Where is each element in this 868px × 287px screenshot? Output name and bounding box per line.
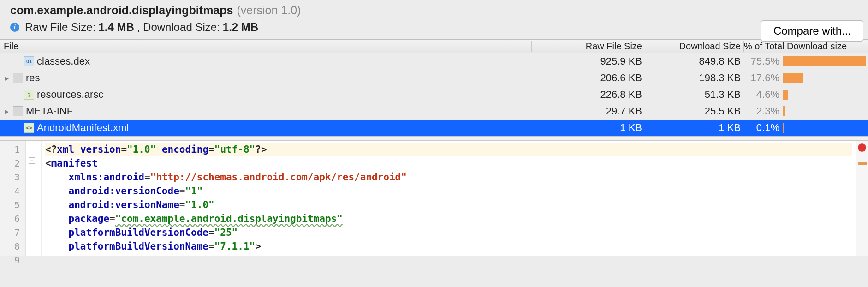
cell-raw-size: 226.8 KB (531, 89, 647, 101)
cell-raw-size: 206.6 KB (531, 72, 647, 84)
cell-percent-bar (782, 90, 868, 100)
file-name: classes.dex (37, 55, 90, 67)
arsc-file-icon: ? (24, 90, 34, 100)
code-token: android:versionName (69, 199, 179, 210)
code-token: "1.0" (185, 199, 214, 210)
info-icon: i (10, 23, 19, 32)
percent-bar-fill (783, 90, 788, 100)
code-token: encoding (162, 144, 208, 155)
cell-download-size: 849.8 KB (647, 55, 743, 67)
table-row[interactable]: ▸META-INF29.7 KB25.5 KB2.3% (0, 103, 868, 120)
line-number: 1 (2, 143, 20, 156)
code-token: android:versionCode (69, 185, 179, 197)
raw-size-value: 1.4 MB (98, 21, 134, 34)
cell-percent-bar (782, 73, 868, 83)
apk-header: com.example.android.displayingbitmaps (v… (0, 0, 868, 39)
package-version: (version 1.0) (237, 4, 301, 17)
table-row[interactable]: ▸res206.6 KB198.3 KB17.6% (0, 70, 868, 86)
cell-raw-size: 925.9 KB (531, 55, 647, 67)
line-number: 3 (2, 170, 20, 184)
line-number: 8 (2, 239, 20, 253)
cell-percent: 2.3% (743, 105, 782, 117)
table-row[interactable]: ?resources.arsc226.8 KB51.3 KB4.6% (0, 86, 868, 103)
column-header-file[interactable]: File (0, 41, 531, 52)
disclosure-triangle-icon[interactable]: ▸ (4, 74, 10, 83)
cell-percent: 75.5% (743, 55, 782, 67)
disclosure-triangle-icon[interactable]: ▸ (4, 107, 10, 116)
column-header-raw-size[interactable]: Raw File Size (531, 41, 647, 52)
code-token: <? (45, 144, 57, 155)
line-number: 6 (2, 212, 20, 226)
code-token: "1.0" (127, 144, 156, 155)
download-size-label: , Download Size: (137, 21, 220, 34)
cell-percent-bar (782, 106, 868, 116)
cell-raw-size: 29.7 KB (531, 105, 647, 117)
line-number: 4 (2, 184, 20, 198)
code-token: < (45, 158, 51, 169)
annotation-strip[interactable]: ! (856, 141, 868, 256)
cell-percent: 4.6% (743, 89, 782, 101)
column-header-pct[interactable]: % of Total Download size (743, 41, 868, 52)
code-token: ?> (255, 144, 267, 155)
fold-toggle-icon[interactable]: − (29, 157, 35, 164)
percent-bar-fill (783, 56, 866, 66)
code-token: xml (57, 144, 74, 155)
code-token: package (69, 213, 110, 224)
download-size-value: 1.2 MB (223, 21, 258, 34)
warning-marker-icon[interactable] (858, 162, 867, 165)
cell-download-size: 1 KB (647, 122, 743, 134)
cell-download-size: 51.3 KB (647, 89, 743, 101)
size-summary: i Raw File Size: 1.4 MB, Download Size: … (10, 20, 862, 38)
horizontal-splitter[interactable]: :::::: (0, 136, 868, 141)
code-token: xmlns:android (69, 172, 144, 183)
line-number: 5 (2, 198, 20, 212)
column-header-download-size[interactable]: Download Size (647, 41, 743, 52)
file-table-body: 01classes.dex925.9 KB849.8 KB75.5%▸res20… (0, 53, 868, 136)
dex-file-icon: 01 (24, 56, 34, 66)
code-area[interactable]: <?xml version="1.0" encoding="utf-8"?> <… (42, 141, 856, 256)
folder-file-icon (13, 106, 23, 116)
cell-percent: 17.6% (743, 72, 782, 84)
raw-size-label: Raw File Size: (25, 21, 95, 34)
code-token: "http://schemas.android.com/apk/res/andr… (150, 172, 407, 183)
table-row[interactable]: 01classes.dex925.9 KB849.8 KB75.5% (0, 53, 868, 70)
line-number: 7 (2, 226, 20, 239)
code-token: platformBuildVersionCode (69, 227, 208, 238)
cell-percent-bar (782, 56, 868, 66)
line-number-gutter: 123456789 (0, 141, 26, 256)
table-row[interactable]: <>AndroidManifest.xml1 KB1 KB0.1% (0, 120, 868, 136)
code-token: "com.example.android.displayingbitmaps" (115, 213, 343, 224)
code-token: "25" (214, 227, 238, 238)
code-token: manifest (51, 158, 98, 169)
xml-file-icon: <> (24, 123, 34, 133)
code-token: > (255, 241, 261, 252)
cell-percent-bar (782, 123, 868, 133)
percent-bar-fill (783, 73, 803, 83)
cell-percent: 0.1% (743, 122, 782, 134)
file-name: AndroidManifest.xml (37, 122, 129, 134)
file-name: resources.arsc (37, 89, 103, 101)
file-name: META-INF (26, 105, 73, 117)
line-number: 2 (2, 156, 20, 170)
package-line: com.example.android.displayingbitmaps (v… (10, 3, 862, 20)
file-table-header: File Raw File Size Download Size % of To… (0, 39, 868, 53)
code-token: platformBuildVersionName (69, 241, 208, 252)
percent-bar-fill (783, 123, 784, 133)
fold-strip[interactable]: − (26, 141, 42, 256)
cell-raw-size: 1 KB (531, 122, 647, 134)
code-editor: 123456789 − <?xml version="1.0" encoding… (0, 141, 868, 256)
cell-download-size: 25.5 KB (647, 105, 743, 117)
cell-download-size: 198.3 KB (647, 72, 743, 84)
file-name: res (26, 72, 40, 84)
code-token: "utf-8" (214, 144, 256, 155)
code-token: "1" (185, 185, 202, 197)
code-token: version (80, 144, 121, 155)
compare-with-button[interactable]: Compare with... (761, 20, 863, 42)
editor-vertical-divider (725, 141, 725, 256)
code-token: "7.1.1" (214, 241, 256, 252)
percent-bar-fill (783, 106, 785, 116)
folder-file-icon (13, 73, 23, 83)
line-number: 9 (2, 253, 20, 267)
error-indicator-icon[interactable]: ! (858, 144, 866, 152)
package-name: com.example.android.displayingbitmaps (10, 4, 233, 17)
